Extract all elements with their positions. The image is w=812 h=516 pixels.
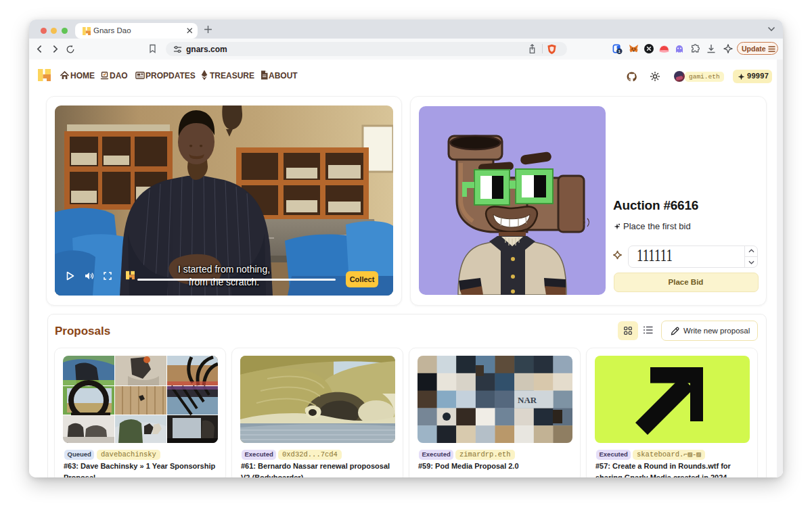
svg-text:NAR: NAR <box>518 395 537 405</box>
